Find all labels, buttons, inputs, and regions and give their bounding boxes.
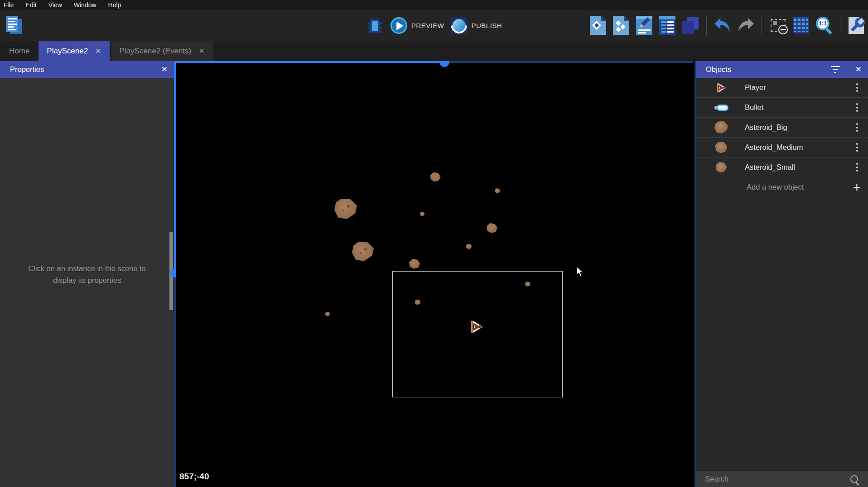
filter-icon[interactable] xyxy=(831,66,840,73)
object-name: Bullet xyxy=(745,103,854,112)
asteroid-medium-icon xyxy=(714,141,728,154)
toolbar-separator xyxy=(762,16,762,35)
asteroid-big-icon xyxy=(714,121,728,134)
grid-icon xyxy=(793,17,809,33)
publish-globe-icon xyxy=(450,17,467,34)
menu-file[interactable]: File xyxy=(4,1,14,9)
objects-editor-button[interactable] xyxy=(589,15,607,36)
add-object-row[interactable]: Add a new object + xyxy=(696,177,868,197)
toolbar: PREVIEW PUBLISH xyxy=(0,10,868,41)
menu-edit[interactable]: Edit xyxy=(26,1,37,9)
object-list-item[interactable]: Bullet xyxy=(696,98,868,118)
properties-close-icon[interactable]: ✕ xyxy=(161,65,168,74)
scene-canvas[interactable]: 857;-40 xyxy=(176,61,693,487)
asteroid-big-instance[interactable] xyxy=(352,242,374,261)
scene-properties-icon xyxy=(636,16,652,35)
object-list-item[interactable]: Asteroid_Medium xyxy=(696,138,868,158)
settings-wrench-icon xyxy=(848,16,865,35)
properties-header: Properties ✕ xyxy=(0,61,174,78)
object-menu-kebab-icon[interactable] xyxy=(854,121,860,134)
settings-button[interactable] xyxy=(847,15,865,36)
layers-editor-button[interactable] xyxy=(658,15,676,36)
publish-button[interactable]: PUBLISH xyxy=(450,17,502,34)
asteroid-small-icon xyxy=(714,161,728,174)
toolbar-separator xyxy=(840,16,840,35)
bullet-icon xyxy=(714,101,728,115)
player-ship-icon xyxy=(714,81,728,95)
object-list-item[interactable]: Asteroid_Small xyxy=(696,158,868,177)
debugger-button[interactable] xyxy=(366,15,384,36)
asteroid-medium-instance[interactable] xyxy=(409,259,420,269)
object-list-item[interactable]: Player xyxy=(696,78,868,98)
bug-icon xyxy=(366,16,384,35)
objects-list: Player Bullet Asteroid_Big Asteroid_Medi… xyxy=(696,78,868,177)
layers-editor-icon xyxy=(659,16,675,35)
tab-bar: Home PlayScene2 ✕ PlayScene2 (Events) ✕ xyxy=(0,41,868,61)
object-menu-kebab-icon[interactable] xyxy=(854,81,860,94)
publish-label: PUBLISH xyxy=(471,22,502,29)
object-menu-kebab-icon[interactable] xyxy=(854,141,860,153)
objects-close-icon[interactable]: ✕ xyxy=(855,65,862,74)
asteroid-small-instance[interactable] xyxy=(466,244,472,249)
toolbar-separator xyxy=(706,16,707,35)
object-name: Asteroid_Medium xyxy=(745,143,854,152)
instances-list-button[interactable] xyxy=(681,15,699,36)
object-name: Player xyxy=(745,83,854,92)
objects-title: Objects xyxy=(706,65,831,74)
redo-icon xyxy=(737,17,755,34)
menu-view[interactable]: View xyxy=(48,1,62,9)
scene-top-divider[interactable] xyxy=(176,61,693,63)
object-name: Asteroid_Small xyxy=(745,163,854,172)
asteroid-medium-instance[interactable] xyxy=(487,223,497,233)
objects-search-bar xyxy=(696,470,868,487)
object-list-item[interactable]: Asteroid_Big xyxy=(696,118,868,138)
tab-playscene2-events[interactable]: PlayScene2 (Events) ✕ xyxy=(111,41,213,61)
scene-properties-button[interactable] xyxy=(635,15,653,36)
objects-header: Objects ✕ xyxy=(696,61,868,78)
main-area: Properties ✕ Click on an instance in the… xyxy=(0,61,868,487)
menu-window[interactable]: Window xyxy=(74,1,96,9)
cursor-coordinates: 857;-40 xyxy=(179,472,209,482)
menu-help[interactable]: Help xyxy=(108,1,121,9)
preview-label: PREVIEW xyxy=(411,22,444,29)
project-manager-button[interactable] xyxy=(4,14,24,37)
player-ship-instance[interactable] xyxy=(468,320,485,334)
zoom-1-1-icon: 1:1 xyxy=(815,16,833,35)
instances-list-icon xyxy=(681,16,699,35)
delete-selection-icon xyxy=(771,19,786,32)
tab-close-icon[interactable]: ✕ xyxy=(95,47,101,55)
plus-icon[interactable]: + xyxy=(853,181,861,194)
asteroid-small-instance[interactable] xyxy=(325,312,330,316)
project-manager-icon xyxy=(5,15,24,36)
object-groups-button[interactable] xyxy=(612,15,630,36)
properties-empty-message: Click on an instance in the scene to dis… xyxy=(19,263,155,286)
asteroid-small-instance[interactable] xyxy=(420,212,425,216)
preview-button[interactable]: PREVIEW xyxy=(391,17,444,34)
menu-bar: File Edit View Window Help xyxy=(0,0,868,10)
object-groups-icon xyxy=(613,16,629,35)
redo-button[interactable] xyxy=(737,15,755,36)
object-menu-kebab-icon[interactable] xyxy=(854,161,860,173)
asteroid-big-instance[interactable] xyxy=(334,199,357,219)
tab-home[interactable]: Home xyxy=(0,41,39,61)
objects-editor-icon xyxy=(590,16,606,35)
scene-top-handle[interactable] xyxy=(439,61,449,67)
tab-playscene2[interactable]: PlayScene2 ✕ xyxy=(39,41,109,61)
properties-panel: Properties ✕ Click on an instance in the… xyxy=(0,61,174,487)
toggle-grid-button[interactable] xyxy=(792,15,810,36)
object-name: Asteroid_Big xyxy=(745,123,854,132)
objects-panel: Objects ✕ Player Bullet Asteroid_Big Ast… xyxy=(694,61,868,487)
tab-close-icon[interactable]: ✕ xyxy=(198,47,204,55)
zoom-1-1-button[interactable]: 1:1 xyxy=(815,15,833,36)
delete-selection-button[interactable] xyxy=(769,15,787,36)
mouse-cursor xyxy=(575,266,584,277)
asteroid-medium-instance[interactable] xyxy=(430,172,441,182)
object-menu-kebab-icon[interactable] xyxy=(854,101,860,114)
properties-title: Properties xyxy=(10,65,161,74)
asteroid-small-instance[interactable] xyxy=(495,188,500,193)
objects-search-input[interactable] xyxy=(696,475,850,483)
undo-icon xyxy=(714,17,732,34)
camera-bounds-rect xyxy=(392,271,563,397)
undo-button[interactable] xyxy=(714,15,732,36)
add-object-label: Add a new object xyxy=(747,183,853,191)
